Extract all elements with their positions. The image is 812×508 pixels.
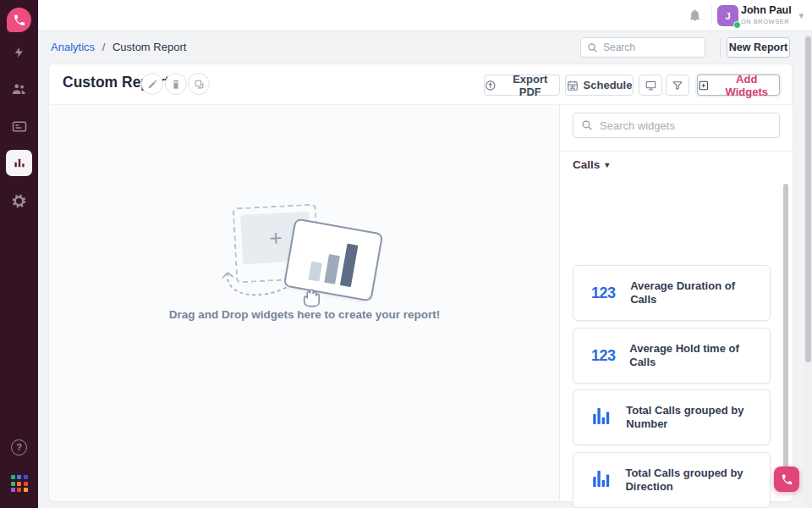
numeric-widget-icon: 123: [591, 284, 619, 302]
widget-panel: Calls ▾ 123 Average Duration of Calls 12…: [560, 104, 793, 501]
widget-category-calls[interactable]: Calls ▾: [573, 158, 609, 171]
status-online-dot: [733, 21, 741, 29]
topbar: J John Paul ON BROWSER ▾: [38, 0, 812, 31]
filter-funnel-icon: [672, 80, 683, 91]
illustration-bar-chart-icon: [309, 235, 364, 288]
app-dot: [24, 488, 28, 492]
widget-list-item[interactable]: Total Calls grouped by Direction: [573, 452, 771, 508]
sidebar-item-analytics[interactable]: [6, 150, 32, 176]
phone-app-logo[interactable]: [7, 8, 31, 32]
avatar[interactable]: J: [717, 5, 738, 26]
report-card: Custom Report Export PDF Schedule Add Wi…: [48, 64, 793, 501]
widget-list-item[interactable]: Total Calls grouped by Number: [573, 389, 771, 445]
widget-list-item[interactable]: 123 Average Duration of Calls: [573, 265, 771, 321]
dropzone-hint-text: Drag and Drop widgets here to create you…: [50, 308, 559, 321]
widget-search-input[interactable]: [600, 119, 760, 132]
bar-widget-icon: [591, 469, 614, 491]
monitor-icon: [645, 80, 657, 91]
bar-chart-icon: [13, 157, 26, 169]
app-dot: [24, 482, 28, 486]
breadcrumb-separator: /: [102, 41, 106, 53]
page-scrollbar-thumb[interactable]: [805, 36, 811, 362]
panel-divider: [560, 151, 793, 152]
filter-button[interactable]: [666, 75, 689, 96]
sidebar-item-call-logs[interactable]: [0, 115, 38, 137]
breadcrumb-bar-divider: [720, 38, 721, 57]
page-scrollbar[interactable]: [804, 31, 812, 508]
add-widgets-button[interactable]: Add Widgets: [697, 75, 780, 96]
widget-list-scrollbar-thumb[interactable]: [783, 184, 788, 472]
app-dot: [17, 475, 21, 479]
schedule-button[interactable]: Schedule: [565, 75, 634, 96]
dialer-fab-button[interactable]: [774, 467, 799, 492]
app-switcher-button[interactable]: [0, 472, 38, 494]
new-report-button[interactable]: New Report: [727, 37, 790, 58]
gear-icon: [11, 193, 27, 209]
breadcrumb-analytics-link[interactable]: Analytics: [51, 41, 95, 53]
presentation-mode-button[interactable]: [639, 75, 662, 96]
widget-category-label: Calls: [573, 158, 600, 171]
user-name: John Paul: [741, 4, 790, 16]
breadcrumb: Analytics / Custom Report: [51, 41, 186, 53]
lightning-icon: [13, 45, 25, 60]
app-dot: [11, 488, 15, 492]
widget-item-label: Average Hold time of Calls: [629, 342, 770, 370]
widget-list-item[interactable]: 123 Average Hold time of Calls: [573, 328, 771, 384]
calendar-icon: [567, 80, 579, 91]
sidebar: ?: [0, 0, 38, 508]
phone-icon: [781, 473, 793, 486]
phone-icon: [13, 14, 26, 27]
trash-icon: [171, 79, 181, 90]
bar-widget-icon: [591, 406, 615, 428]
widget-item-label: Average Duration of Calls: [630, 279, 770, 307]
bar-widget-icon: [591, 406, 610, 425]
app-dot: [17, 488, 21, 492]
chevron-down-icon[interactable]: ▾: [798, 10, 804, 21]
numeric-widget-icon: 123: [591, 347, 618, 365]
sidebar-item-automations[interactable]: [0, 41, 38, 64]
bar-widget-icon: [591, 469, 610, 488]
app-dot: [24, 475, 28, 479]
widget-item-label: Total Calls grouped by Direction: [625, 467, 770, 494]
search-icon: [581, 119, 593, 131]
caret-down-icon: ▾: [605, 160, 609, 169]
app-switcher-grid-icon: [11, 475, 28, 492]
avatar-initial: J: [725, 11, 730, 21]
square-plus-icon: [698, 80, 710, 91]
delete-report-button[interactable]: [165, 73, 187, 95]
sidebar-item-settings[interactable]: [0, 190, 38, 212]
pencil-icon: [147, 79, 158, 90]
people-icon: [11, 82, 27, 96]
user-status: ON BROWSER: [741, 18, 790, 25]
help-glyph: ?: [16, 442, 22, 452]
notifications-button[interactable]: [688, 8, 702, 26]
app-screen: ? J John Paul ON BROWSER ▾ Analytics / C…: [0, 0, 812, 508]
schedule-label: Schedule: [584, 79, 633, 91]
user-menu[interactable]: John Paul ON BROWSER: [741, 4, 790, 25]
edit-report-button[interactable]: [141, 73, 163, 95]
app-dot: [11, 475, 15, 479]
widget-search[interactable]: [573, 113, 780, 138]
sidebar-item-help[interactable]: ?: [0, 436, 38, 458]
question-icon: ?: [11, 439, 27, 456]
widget-list: 123 Average Duration of Calls 123 Averag…: [560, 181, 793, 502]
add-widgets-label: Add Widgets: [715, 73, 780, 98]
widget-card-illustration: [283, 218, 384, 301]
widget-item-label: Total Calls grouped by Number: [626, 404, 770, 432]
copy-icon: [194, 79, 205, 90]
breadcrumb-current-page: Custom Report: [112, 41, 186, 53]
search-icon: [587, 42, 598, 53]
breadcrumb-bar: Analytics / Custom Report New Report: [38, 31, 804, 64]
report-canvas-dropzone[interactable]: + Drag and Drop widgets here to create y…: [50, 104, 560, 501]
clone-report-button[interactable]: [188, 73, 210, 95]
bell-icon: [688, 8, 702, 23]
contact-card-icon: [12, 120, 27, 133]
export-pdf-button[interactable]: Export PDF: [484, 75, 560, 96]
global-search[interactable]: [580, 37, 705, 58]
topbar-divider: [711, 6, 712, 25]
export-pdf-label: Export PDF: [502, 73, 559, 98]
app-dot: [17, 482, 21, 486]
app-dot: [11, 482, 15, 486]
global-search-input[interactable]: [603, 41, 696, 53]
sidebar-item-contacts[interactable]: [0, 78, 38, 100]
